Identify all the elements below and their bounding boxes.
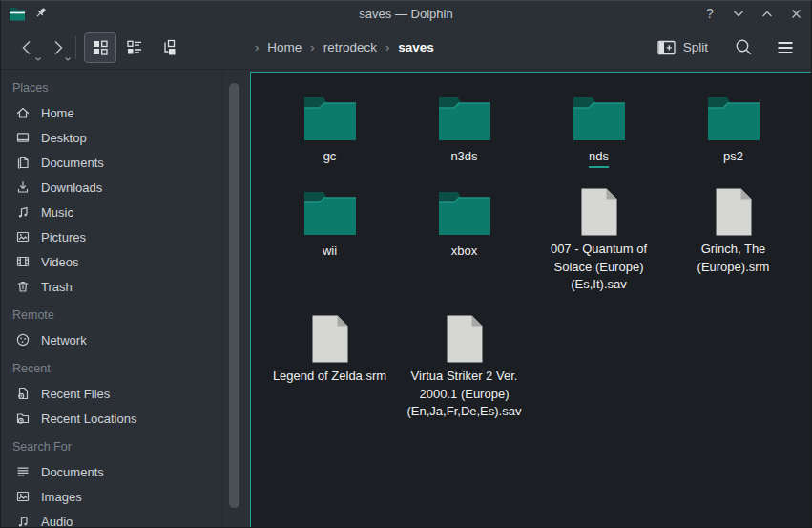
minimize-button[interactable] xyxy=(729,4,748,23)
search-icon xyxy=(734,37,754,57)
folder-item-wii[interactable]: wii xyxy=(262,176,397,303)
toolbar-separator xyxy=(75,36,76,59)
videos-icon xyxy=(15,254,31,269)
search-audio-icon xyxy=(15,514,31,527)
icons-view-icon xyxy=(91,38,110,57)
sidebar-item-network[interactable]: Network xyxy=(1,327,222,352)
sidebar-item-desktop[interactable]: Desktop xyxy=(1,125,222,150)
file-item-grinch[interactable]: Grinch, The (Europe).srm xyxy=(666,176,801,303)
item-name: Grinch, The (Europe).srm xyxy=(674,241,794,276)
icons-view-button[interactable] xyxy=(84,32,116,63)
item-name: wii xyxy=(323,243,337,261)
pin-icon[interactable] xyxy=(34,7,48,20)
network-icon xyxy=(15,332,31,348)
breadcrumb-retrodeck[interactable]: retrodeck xyxy=(323,40,377,54)
sidebar-item-label: Documents xyxy=(41,156,104,170)
tree-view-icon xyxy=(159,38,178,57)
section-header-search-for: Search For xyxy=(1,434,222,459)
dolphin-window: saves — Dolphin ? xyxy=(0,0,812,528)
item-name: 007 - Quantum of Solace (Europe) (Es,It)… xyxy=(539,241,659,294)
scrollbar-thumb[interactable] xyxy=(229,83,239,508)
section-header-places: Places xyxy=(1,75,222,100)
sidebar-item-pictures[interactable]: Pictures xyxy=(1,224,222,249)
folder-item-xbox[interactable]: xbox xyxy=(397,176,531,303)
sidebar-item-search-documents[interactable]: Documents xyxy=(1,459,222,484)
help-button[interactable]: ? xyxy=(700,4,719,23)
sidebar-item-home[interactable]: Home xyxy=(1,100,222,125)
details-view-button[interactable] xyxy=(118,32,151,63)
sidebar-item-documents[interactable]: Documents xyxy=(1,150,222,175)
sidebar-item-label: Documents xyxy=(41,465,104,479)
file-icon xyxy=(715,187,753,237)
menu-icon xyxy=(776,38,795,57)
sidebar-item-label: Recent Files xyxy=(41,387,110,401)
close-icon xyxy=(791,9,802,19)
item-name: nds xyxy=(589,148,609,168)
file-icon xyxy=(580,187,618,237)
titlebar: saves — Dolphin ? xyxy=(1,1,811,26)
places-panel: Places Home Desktop Documents Downloads xyxy=(1,71,222,527)
file-item-legend-of-zelda[interactable]: Legend of Zelda.srm xyxy=(262,303,397,421)
file-item-virtua-striker[interactable]: Virtua Striker 2 Ver. 2000.1 (Europe) (E… xyxy=(397,303,531,421)
folder-icon xyxy=(437,187,492,237)
file-icon xyxy=(446,314,484,364)
back-button[interactable] xyxy=(12,32,42,64)
app-folder-icon xyxy=(9,7,26,21)
file-grid: gc n3ds nds ps2 wii xyxy=(262,81,801,421)
chevron-down-icon xyxy=(34,56,42,62)
sidebar-scrollbar[interactable] xyxy=(229,83,239,508)
item-name: n3ds xyxy=(450,148,477,166)
section-recent: Recent Recent Files Recent Locations xyxy=(1,356,222,431)
sidebar-item-videos[interactable]: Videos xyxy=(1,249,222,274)
file-icon xyxy=(311,314,349,364)
sidebar-item-label: Recent Locations xyxy=(41,412,136,426)
section-search-for: Search For Documents Images Audio xyxy=(1,434,222,527)
sidebar-item-label: Desktop xyxy=(41,131,87,145)
sidebar-item-music[interactable]: Music xyxy=(1,200,222,224)
folder-item-nds[interactable]: nds xyxy=(531,81,666,176)
close-button[interactable] xyxy=(786,4,805,23)
sidebar-item-recent-locations[interactable]: Recent Locations xyxy=(1,406,222,431)
split-button[interactable]: Split xyxy=(657,40,708,55)
folder-item-gc[interactable]: gc xyxy=(262,81,397,176)
sidebar-item-trash[interactable]: Trash xyxy=(1,274,222,299)
documents-icon xyxy=(15,155,31,170)
folder-item-n3ds[interactable]: n3ds xyxy=(397,81,531,176)
section-places: Places Home Desktop Documents Downloads xyxy=(1,75,222,299)
back-icon xyxy=(17,37,38,58)
folder-icon xyxy=(706,93,761,142)
search-button[interactable] xyxy=(729,33,758,62)
file-view[interactable]: gc n3ds nds ps2 wii xyxy=(250,72,812,528)
sidebar-item-search-audio[interactable]: Audio xyxy=(1,509,222,527)
sidebar-item-label: Downloads xyxy=(41,180,102,195)
item-name: xbox xyxy=(451,243,477,261)
tree-view-button[interactable] xyxy=(153,32,185,63)
chevron-down-icon xyxy=(64,56,72,62)
search-images-icon xyxy=(15,489,31,504)
section-header-remote: Remote xyxy=(1,303,222,327)
folder-icon xyxy=(302,187,358,237)
sidebar-item-search-images[interactable]: Images xyxy=(1,484,222,509)
sidebar-item-recent-files[interactable]: Recent Files xyxy=(1,381,222,406)
split-button-label: Split xyxy=(683,40,708,54)
breadcrumb-home[interactable]: Home xyxy=(267,40,302,54)
sidebar-item-label: Images xyxy=(41,490,82,504)
file-item-007-quantum-of-solace[interactable]: 007 - Quantum of Solace (Europe) (Es,It)… xyxy=(531,176,666,303)
menu-button[interactable] xyxy=(771,33,800,62)
music-icon xyxy=(15,204,31,220)
chevron-right-icon: › xyxy=(305,40,319,54)
folder-icon xyxy=(437,93,492,142)
sidebar-item-label: Trash xyxy=(41,280,73,294)
sidebar-item-label: Videos xyxy=(41,255,79,269)
item-name: ps2 xyxy=(723,148,743,166)
breadcrumb-current[interactable]: saves xyxy=(398,40,434,54)
folder-item-ps2[interactable]: ps2 xyxy=(666,81,801,176)
toolbar: › Home › retrodeck › saves Split xyxy=(1,26,811,70)
maximize-button[interactable] xyxy=(758,4,777,23)
sidebar-item-downloads[interactable]: Downloads xyxy=(1,175,222,200)
forward-button[interactable] xyxy=(42,32,72,64)
chevron-right-icon: › xyxy=(250,40,263,54)
recent-locations-icon xyxy=(15,411,31,426)
sidebar-item-label: Music xyxy=(41,205,73,220)
chevron-down-icon xyxy=(733,10,744,18)
